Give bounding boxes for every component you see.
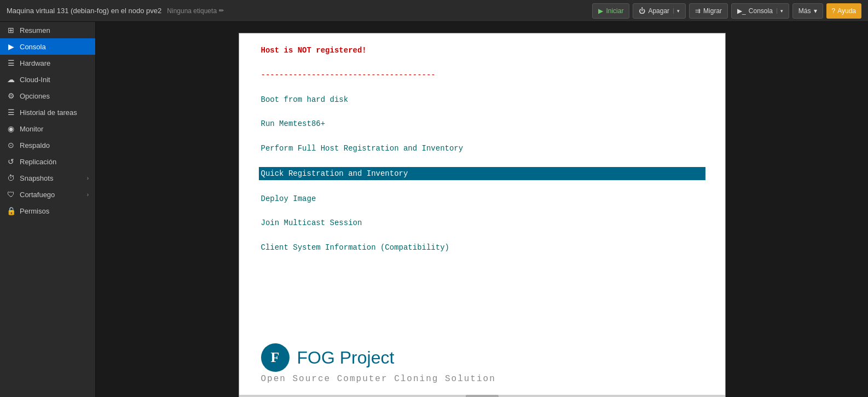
sidebar: ⊞Resumen▶Consola☰Hardware☁Cloud-Init⚙Opc… xyxy=(0,22,96,397)
consola-button[interactable]: ▶_ Consola ▾ xyxy=(731,3,789,19)
console-line: Join Multicast Session xyxy=(261,217,703,229)
console-line: Deploy Image xyxy=(261,193,703,205)
edit-label-icon[interactable]: ✏ xyxy=(219,7,224,14)
sidebar-label-monitor: Monitor xyxy=(20,125,43,133)
topbar-title: Maquina virtual 131 (debian-fog) en el n… xyxy=(7,7,161,15)
topbar-label: Ninguna etiqueta ✏ xyxy=(167,7,587,15)
fog-logo-circle: F xyxy=(261,343,290,372)
console-line: Client System Information (Compatibility… xyxy=(261,241,703,254)
sidebar-label-resumen: Resumen xyxy=(20,26,50,34)
console-content: Host is NOT registered!-----------------… xyxy=(239,33,725,335)
console-line: Boot from hard disk xyxy=(261,94,703,106)
fog-subtitle: Open Source Computer Cloning Solution xyxy=(261,374,703,384)
sidebar-item-snapshots[interactable]: ⏱Snapshots› xyxy=(0,170,95,186)
fog-logo-row: F FOG Project xyxy=(261,343,703,372)
sidebar-label-snapshots: Snapshots xyxy=(20,174,53,182)
console-line: Run Memtest86+ xyxy=(261,118,703,130)
cloud-init-icon: ☁ xyxy=(7,75,15,84)
mas-dropdown-icon: ▾ xyxy=(814,7,817,15)
topbar-actions: ▶ Iniciar ⏻ Apagar ▾ ⇉ Migrar ▶_ Consola… xyxy=(592,3,861,19)
content-area: Host is NOT registered!-----------------… xyxy=(96,22,868,397)
power-icon: ⏻ xyxy=(639,7,645,15)
resumen-icon: ⊞ xyxy=(7,26,15,34)
sidebar-label-historial: Historial de tareas xyxy=(20,108,77,117)
sidebar-label-opciones: Opciones xyxy=(20,92,50,100)
console-line: -------------------------------------- xyxy=(261,69,703,81)
iniciar-button[interactable]: ▶ Iniciar xyxy=(592,3,629,19)
play-icon: ▶ xyxy=(598,7,603,15)
migrate-icon: ⇉ xyxy=(695,7,701,15)
fog-project-title: FOG Project xyxy=(297,348,395,368)
sidebar-label-hardware: Hardware xyxy=(20,59,50,67)
snapshots-icon: ⏱ xyxy=(7,174,15,182)
console-line: Quick Registration and Inventory xyxy=(259,167,705,180)
snapshots-expand-icon: › xyxy=(87,175,89,181)
ayuda-button[interactable]: ? Ayuda xyxy=(826,3,862,19)
hardware-icon: ☰ xyxy=(7,59,15,67)
sidebar-item-respaldo[interactable]: ⊙Respaldo xyxy=(0,137,95,153)
sidebar-item-historial[interactable]: ☰Historial de tareas xyxy=(0,104,95,120)
console-line: Host is NOT registered! xyxy=(261,44,703,56)
console-line: Perform Full Host Registration and Inven… xyxy=(261,142,703,154)
sidebar-item-replicacion[interactable]: ↺Replicación xyxy=(0,153,95,170)
terminal-icon: ▶_ xyxy=(737,7,746,15)
historial-icon: ☰ xyxy=(7,108,15,117)
fog-footer: F FOG Project Open Source Computer Cloni… xyxy=(239,335,725,395)
sidebar-label-cortafuego: Cortafuego xyxy=(20,191,55,199)
help-icon: ? xyxy=(832,7,836,15)
sidebar-item-cortafuego[interactable]: 🛡Cortafuego› xyxy=(0,186,95,203)
scroll-handle[interactable] xyxy=(239,395,725,397)
monitor-icon: ◉ xyxy=(7,124,15,133)
topbar: Maquina virtual 131 (debian-fog) en el n… xyxy=(0,0,868,22)
consola-dropdown-icon[interactable]: ▾ xyxy=(777,8,783,14)
sidebar-item-cloud-init[interactable]: ☁Cloud-Init xyxy=(0,71,95,88)
console-window: Host is NOT registered!-----------------… xyxy=(239,33,726,397)
sidebar-item-monitor[interactable]: ◉Monitor xyxy=(0,120,95,137)
apagar-button[interactable]: ⏻ Apagar ▾ xyxy=(633,3,686,19)
sidebar-label-cloud-init: Cloud-Init xyxy=(20,76,50,84)
sidebar-item-opciones[interactable]: ⚙Opciones xyxy=(0,88,95,104)
sidebar-label-respaldo: Respaldo xyxy=(20,141,50,149)
apagar-dropdown-icon[interactable]: ▾ xyxy=(673,8,680,14)
main-layout: ⊞Resumen▶Consola☰Hardware☁Cloud-Init⚙Opc… xyxy=(0,22,868,397)
cortafuego-icon: 🛡 xyxy=(7,190,15,199)
respaldo-icon: ⊙ xyxy=(7,141,15,149)
permisos-icon: 🔒 xyxy=(7,206,15,215)
consola-icon: ▶ xyxy=(7,42,15,51)
cortafuego-expand-icon: › xyxy=(87,192,89,198)
sidebar-label-replicacion: Replicación xyxy=(20,158,56,166)
sidebar-label-permisos: Permisos xyxy=(20,207,49,215)
opciones-icon: ⚙ xyxy=(7,91,15,100)
migrar-button[interactable]: ⇉ Migrar xyxy=(689,3,728,19)
replicacion-icon: ↺ xyxy=(7,157,15,166)
scroll-thumb[interactable] xyxy=(466,395,499,397)
sidebar-label-consola: Consola xyxy=(20,43,46,51)
sidebar-item-permisos[interactable]: 🔒Permisos xyxy=(0,203,95,219)
sidebar-item-resumen[interactable]: ⊞Resumen xyxy=(0,22,95,38)
mas-button[interactable]: Más ▾ xyxy=(792,3,823,19)
sidebar-item-hardware[interactable]: ☰Hardware xyxy=(0,55,95,71)
sidebar-item-consola[interactable]: ▶Consola xyxy=(0,38,95,55)
